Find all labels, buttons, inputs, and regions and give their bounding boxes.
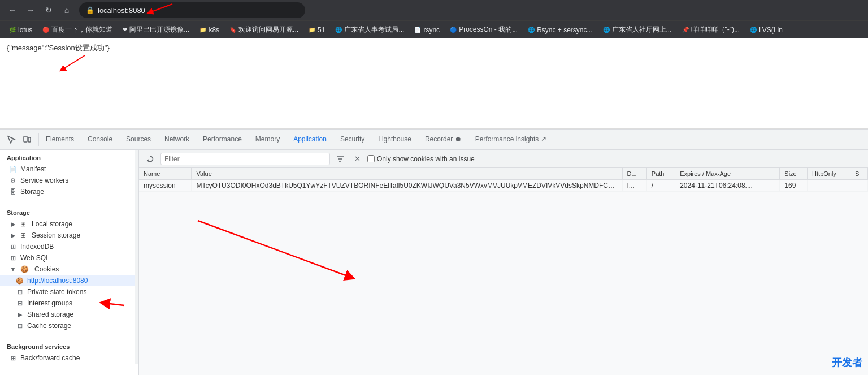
bookmark-rsync2[interactable]: 🌐 Rsync + sersync... <box>523 24 597 36</box>
tab-network[interactable]: Network <box>158 130 196 150</box>
bookmark-lotus[interactable]: 🌿 lotus <box>5 24 37 36</box>
bookmark-label: 咩咩咩咩（"-")... <box>691 25 740 35</box>
tab-memory[interactable]: Memory <box>249 130 287 150</box>
manifest-icon: 📄 <box>9 166 17 173</box>
sidebar-item-websql[interactable]: ⊞ Web SQL <box>0 252 138 264</box>
tab-elements[interactable]: Elements <box>39 130 81 150</box>
private-tokens-icon: ⊞ <box>16 288 24 296</box>
cookies-expand-icon: ▼ <box>9 266 17 273</box>
svg-line-1 <box>62 55 85 70</box>
back-button[interactable]: ← <box>5 2 20 18</box>
sidebar-item-private-state-tokens[interactable]: ⊞ Private state tokens <box>0 286 138 298</box>
cookies-table: Name Value D... Path Expires / Max-Age S… <box>139 168 868 375</box>
table-row[interactable]: mysession MTcyOTU3ODI0OHxOd3dBTkU5Q1YwYz… <box>139 180 868 192</box>
tab-sources[interactable]: Sources <box>119 130 158 150</box>
content-arrow <box>0 38 170 129</box>
sidebar-item-manifest[interactable]: 📄 Manifest <box>0 163 138 175</box>
col-path[interactable]: Path <box>646 168 675 180</box>
sidebar-item-label: Service workers <box>20 176 68 184</box>
cookie-name: mysession <box>139 180 192 192</box>
sidebar-item-interest-groups[interactable]: ⊞ Interest groups <box>0 298 138 309</box>
expand-icon: ▶ <box>9 221 17 228</box>
cookie-expires: 2024-11-21T06:24:08.... <box>675 180 780 192</box>
sidebar-item-localhost[interactable]: 🍪 http://localhost:8080 <box>0 275 138 286</box>
bookmark-51[interactable]: 📁 51 <box>304 24 329 36</box>
bookmark-icon: 🌿 <box>9 27 16 33</box>
col-expires[interactable]: Expires / Max-Age <box>675 168 780 180</box>
devtools-toolbar: Elements Console Sources Network Perform… <box>0 130 868 150</box>
shared-storage-icon: ▶ <box>16 311 24 318</box>
bookmark-rsync[interactable]: 📄 rsync <box>410 24 444 36</box>
refresh-cookies-button[interactable] <box>144 152 157 166</box>
col-domain[interactable]: D... <box>622 168 646 180</box>
tab-recorder[interactable]: Recorder ⏺ <box>418 130 468 150</box>
sidebar-item-local-storage[interactable]: ▶ ⊞ Local storage <box>0 218 138 230</box>
bookmark-label: 广东省人社厅网上... <box>612 25 672 35</box>
show-issues-checkbox-label[interactable]: Only show cookies with an issue <box>367 155 475 163</box>
cookie-size: 169 <box>780 180 808 192</box>
cookies-toolbar: ✕ Only show cookies with an issue <box>139 150 868 168</box>
tab-application[interactable]: Application <box>287 130 333 150</box>
page-content: {"message":"Session设置成功"} <box>0 38 868 129</box>
tab-console[interactable]: Console <box>81 130 119 150</box>
tab-performance[interactable]: Performance <box>196 130 249 150</box>
bookmark-label: 欢迎访问网易开源... <box>238 25 298 35</box>
watermark: 开发者 <box>832 356 862 369</box>
tab-performance-insights[interactable]: Performance insights ↗ <box>468 130 553 150</box>
bfcache-icon: ⊞ <box>9 355 17 362</box>
bookmark-gdsrt[interactable]: 🌐 广东省人社厅网上... <box>598 23 676 37</box>
devtools-tabs: Elements Console Sources Network Perform… <box>39 130 553 150</box>
filter-options-button[interactable] <box>333 152 347 166</box>
sidebar-item-label: Web SQL <box>20 254 50 262</box>
cookie-httponly <box>808 180 850 192</box>
devtools-panel: Elements Console Sources Network Perform… <box>0 129 868 375</box>
sidebar-item-session-storage[interactable]: ▶ ⊞ Session storage <box>0 230 138 241</box>
sidebar-item-label: Manifest <box>20 165 46 173</box>
sidebar-item-label: Local storage <box>32 220 72 228</box>
bookmark-baidu[interactable]: 🔴 百度一下，你就知道 <box>38 23 117 37</box>
sidebar-item-storage[interactable]: 🗄 Storage <box>0 186 138 197</box>
application-section-header: Application <box>0 150 138 163</box>
show-issues-checkbox[interactable] <box>367 155 375 162</box>
devtools-sidebar: Application 📄 Manifest ⚙ Service workers… <box>0 150 139 375</box>
bookmark-mie[interactable]: 📌 咩咩咩咩（"-")... <box>678 23 745 37</box>
sidebar-item-back-forward-cache[interactable]: ⊞ Back/forward cache <box>0 352 138 364</box>
bookmark-processon[interactable]: 🔵 ProcessOn - 我的... <box>445 23 522 37</box>
tab-security[interactable]: Security <box>333 130 371 150</box>
background-services-header: Background services <box>0 339 138 352</box>
clear-cookies-button[interactable]: ✕ <box>350 152 364 166</box>
cookie-domain: I... <box>622 180 646 192</box>
address-bar[interactable] <box>98 6 298 15</box>
bookmarks-bar: 🌿 lotus 🔴 百度一下，你就知道 ❤ 阿里巴巴开源镜像... 📁 k8s … <box>0 20 868 38</box>
tab-lighthouse[interactable]: Lighthouse <box>371 130 418 150</box>
devtools-inspect-icon[interactable] <box>5 133 18 146</box>
storage-section-header: Storage <box>0 205 138 218</box>
home-button[interactable]: ⌂ <box>59 2 75 18</box>
sidebar-item-service-workers[interactable]: ⚙ Service workers <box>0 175 138 186</box>
bookmark-wangyi[interactable]: 🔖 欢迎访问网易开源... <box>225 23 303 37</box>
sidebar-item-cache-storage[interactable]: ⊞ Cache storage <box>0 320 138 331</box>
sidebar-item-cookies[interactable]: ▼ 🍪 Cookies <box>0 264 138 275</box>
bookmark-label: Rsync + sersync... <box>537 26 592 34</box>
sidebar-item-indexeddb[interactable]: ⊞ IndexedDB <box>0 241 138 252</box>
devtools-device-icon[interactable] <box>20 133 34 146</box>
cookies-filter-input[interactable] <box>160 153 330 165</box>
cookie-site-icon: 🍪 <box>16 277 24 285</box>
col-httponly[interactable]: HttpOnly <box>808 168 850 180</box>
reload-button[interactable]: ↻ <box>41 2 57 18</box>
col-size[interactable]: Size <box>780 168 808 180</box>
sidebar-item-shared-storage[interactable]: ▶ Shared storage <box>0 309 138 320</box>
forward-button[interactable]: → <box>23 2 38 18</box>
col-s[interactable]: S <box>850 168 868 180</box>
bookmark-label: rsync <box>423 26 440 34</box>
bookmark-alibaba[interactable]: ❤ 阿里巴巴开源镜像... <box>118 23 194 37</box>
cache-storage-icon: ⊞ <box>16 322 24 330</box>
col-name[interactable]: Name <box>139 168 192 180</box>
sidebar-item-label: Storage <box>20 188 44 196</box>
bookmark-lvs[interactable]: 🌐 LVS(Lin <box>745 24 787 36</box>
col-value[interactable]: Value <box>192 168 622 180</box>
lock-icon: 🔒 <box>86 6 94 14</box>
sidebar-item-label: Session storage <box>32 231 80 239</box>
bookmark-gd[interactable]: 🌐 广东省人事考试局... <box>331 23 409 37</box>
bookmark-k8s[interactable]: 📁 k8s <box>195 24 224 36</box>
